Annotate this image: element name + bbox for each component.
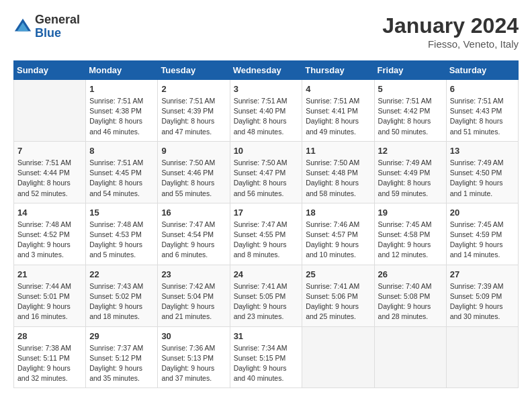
calendar-cell: 4Sunrise: 7:51 AMSunset: 4:41 PMDaylight… [302, 80, 374, 142]
logo-general-text: General [35, 13, 80, 27]
day-number: 25 [306, 269, 370, 279]
day-number: 12 [378, 146, 443, 156]
day-number: 10 [234, 146, 299, 156]
day-info: Sunrise: 7:50 AMSunset: 4:47 PMDaylight:… [234, 158, 299, 199]
calendar-body: 1Sunrise: 7:51 AMSunset: 4:38 PMDaylight… [14, 80, 519, 388]
calendar-title: January 2024 [382, 13, 519, 38]
calendar-cell: 26Sunrise: 7:40 AMSunset: 5:08 PMDayligh… [374, 265, 446, 326]
calendar-cell: 1Sunrise: 7:51 AMSunset: 4:38 PMDaylight… [86, 80, 158, 142]
calendar-cell: 28Sunrise: 7:38 AMSunset: 5:11 PMDayligh… [14, 326, 86, 388]
day-info: Sunrise: 7:51 AMSunset: 4:43 PMDaylight:… [450, 96, 515, 137]
day-info: Sunrise: 7:38 AMSunset: 5:11 PMDaylight:… [17, 343, 82, 384]
header-row: Sunday Monday Tuesday Wednesday Thursday… [14, 61, 519, 80]
calendar-cell: 23Sunrise: 7:42 AMSunset: 5:04 PMDayligh… [158, 265, 230, 326]
day-number: 5 [378, 84, 443, 94]
header-friday: Friday [374, 61, 446, 80]
day-number: 2 [161, 84, 226, 94]
calendar-cell: 18Sunrise: 7:46 AMSunset: 4:57 PMDayligh… [302, 203, 374, 265]
calendar-cell: 24Sunrise: 7:41 AMSunset: 5:05 PMDayligh… [230, 265, 302, 326]
calendar-week-row: 1Sunrise: 7:51 AMSunset: 4:38 PMDaylight… [14, 80, 519, 142]
calendar-cell: 2Sunrise: 7:51 AMSunset: 4:39 PMDaylight… [158, 80, 230, 142]
calendar-week-row: 21Sunrise: 7:44 AMSunset: 5:01 PMDayligh… [14, 265, 519, 326]
calendar-cell: 9Sunrise: 7:50 AMSunset: 4:46 PMDaylight… [158, 141, 230, 203]
day-info: Sunrise: 7:36 AMSunset: 5:13 PMDaylight:… [161, 343, 226, 384]
calendar-cell: 31Sunrise: 7:34 AMSunset: 5:15 PMDayligh… [230, 326, 302, 388]
calendar-cell: 5Sunrise: 7:51 AMSunset: 4:42 PMDaylight… [374, 80, 446, 142]
logo-icon [13, 17, 32, 36]
day-number: 22 [89, 269, 154, 279]
header-sunday: Sunday [14, 61, 86, 80]
day-info: Sunrise: 7:45 AMSunset: 4:59 PMDaylight:… [450, 220, 515, 261]
calendar-cell [374, 326, 446, 388]
day-number: 19 [378, 208, 443, 218]
header-monday: Monday [86, 61, 158, 80]
day-info: Sunrise: 7:39 AMSunset: 5:09 PMDaylight:… [450, 281, 515, 322]
day-number: 14 [17, 208, 82, 218]
day-number: 6 [450, 84, 515, 94]
calendar-cell: 17Sunrise: 7:47 AMSunset: 4:55 PMDayligh… [230, 203, 302, 265]
day-info: Sunrise: 7:41 AMSunset: 5:05 PMDaylight:… [234, 281, 299, 322]
day-number: 27 [450, 269, 515, 279]
day-number: 17 [234, 208, 299, 218]
day-number: 24 [234, 269, 299, 279]
day-number: 26 [378, 269, 443, 279]
calendar-cell: 20Sunrise: 7:45 AMSunset: 4:59 PMDayligh… [446, 203, 518, 265]
day-number: 11 [306, 146, 370, 156]
day-info: Sunrise: 7:51 AMSunset: 4:39 PMDaylight:… [161, 96, 226, 137]
calendar-cell: 25Sunrise: 7:41 AMSunset: 5:06 PMDayligh… [302, 265, 374, 326]
calendar-cell [446, 326, 518, 388]
day-info: Sunrise: 7:51 AMSunset: 4:41 PMDaylight:… [306, 96, 370, 137]
day-number: 20 [450, 208, 515, 218]
day-info: Sunrise: 7:49 AMSunset: 4:50 PMDaylight:… [450, 158, 515, 199]
calendar-header: Sunday Monday Tuesday Wednesday Thursday… [14, 61, 519, 80]
day-info: Sunrise: 7:43 AMSunset: 5:02 PMDaylight:… [89, 281, 154, 322]
calendar-cell: 29Sunrise: 7:37 AMSunset: 5:12 PMDayligh… [86, 326, 158, 388]
calendar-cell: 30Sunrise: 7:36 AMSunset: 5:13 PMDayligh… [158, 326, 230, 388]
logo-text: General Blue [35, 13, 80, 40]
day-number: 28 [17, 331, 82, 341]
day-info: Sunrise: 7:41 AMSunset: 5:06 PMDaylight:… [306, 281, 370, 322]
day-info: Sunrise: 7:34 AMSunset: 5:15 PMDaylight:… [234, 343, 299, 384]
day-info: Sunrise: 7:51 AMSunset: 4:40 PMDaylight:… [234, 96, 299, 137]
header-wednesday: Wednesday [230, 61, 302, 80]
day-info: Sunrise: 7:46 AMSunset: 4:57 PMDaylight:… [306, 220, 370, 261]
calendar-cell: 6Sunrise: 7:51 AMSunset: 4:43 PMDaylight… [446, 80, 518, 142]
day-number: 23 [161, 269, 226, 279]
day-info: Sunrise: 7:47 AMSunset: 4:54 PMDaylight:… [161, 220, 226, 261]
day-info: Sunrise: 7:49 AMSunset: 4:49 PMDaylight:… [378, 158, 443, 199]
day-info: Sunrise: 7:40 AMSunset: 5:08 PMDaylight:… [378, 281, 443, 322]
day-info: Sunrise: 7:50 AMSunset: 4:48 PMDaylight:… [306, 158, 370, 199]
day-number: 31 [234, 331, 299, 341]
calendar-cell: 11Sunrise: 7:50 AMSunset: 4:48 PMDayligh… [302, 141, 374, 203]
calendar-cell [14, 80, 86, 142]
day-info: Sunrise: 7:48 AMSunset: 4:52 PMDaylight:… [17, 220, 82, 261]
calendar-cell: 22Sunrise: 7:43 AMSunset: 5:02 PMDayligh… [86, 265, 158, 326]
logo: General Blue [13, 13, 80, 40]
header-saturday: Saturday [446, 61, 518, 80]
calendar-cell: 10Sunrise: 7:50 AMSunset: 4:47 PMDayligh… [230, 141, 302, 203]
calendar-cell: 16Sunrise: 7:47 AMSunset: 4:54 PMDayligh… [158, 203, 230, 265]
calendar-cell: 8Sunrise: 7:51 AMSunset: 4:45 PMDaylight… [86, 141, 158, 203]
calendar-cell: 15Sunrise: 7:48 AMSunset: 4:53 PMDayligh… [86, 203, 158, 265]
day-info: Sunrise: 7:51 AMSunset: 4:45 PMDaylight:… [89, 158, 154, 199]
day-number: 15 [89, 208, 154, 218]
calendar-cell: 13Sunrise: 7:49 AMSunset: 4:50 PMDayligh… [446, 141, 518, 203]
day-info: Sunrise: 7:37 AMSunset: 5:12 PMDaylight:… [89, 343, 154, 384]
day-number: 30 [161, 331, 226, 341]
day-number: 4 [306, 84, 370, 94]
day-number: 3 [234, 84, 299, 94]
day-info: Sunrise: 7:42 AMSunset: 5:04 PMDaylight:… [161, 281, 226, 322]
day-number: 16 [161, 208, 226, 218]
calendar-subtitle: Fiesso, Veneto, Italy [382, 38, 519, 50]
calendar-cell [302, 326, 374, 388]
day-info: Sunrise: 7:45 AMSunset: 4:58 PMDaylight:… [378, 220, 443, 261]
header-tuesday: Tuesday [158, 61, 230, 80]
day-number: 21 [17, 269, 82, 279]
logo-blue-text: Blue [35, 27, 80, 40]
day-number: 29 [89, 331, 154, 341]
calendar-cell: 19Sunrise: 7:45 AMSunset: 4:58 PMDayligh… [374, 203, 446, 265]
calendar-cell: 12Sunrise: 7:49 AMSunset: 4:49 PMDayligh… [374, 141, 446, 203]
day-info: Sunrise: 7:51 AMSunset: 4:44 PMDaylight:… [17, 158, 82, 199]
day-info: Sunrise: 7:51 AMSunset: 4:42 PMDaylight:… [378, 96, 443, 137]
title-block: January 2024 Fiesso, Veneto, Italy [382, 13, 519, 50]
